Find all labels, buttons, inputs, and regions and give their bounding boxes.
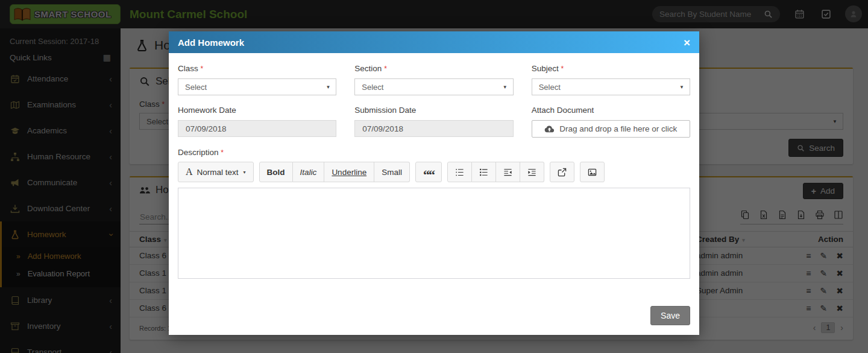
- editor-toolbar: A Normal text ▾ Bold Italic Underline Sm…: [178, 162, 690, 182]
- subject-label: Subject *: [532, 64, 690, 73]
- select-value: Select: [185, 83, 207, 92]
- cloud-upload-icon: [544, 125, 555, 133]
- ordered-list-button[interactable]: [447, 162, 472, 182]
- select-value: Select: [362, 83, 383, 92]
- list-ol-icon: [455, 168, 464, 177]
- homework-date-input[interactable]: 07/09/2018: [178, 120, 336, 137]
- caret-down-icon: ▼: [326, 84, 330, 90]
- caret-down-icon: ▾: [244, 170, 246, 175]
- subject-select[interactable]: Select ▼: [532, 78, 690, 95]
- attach-document-label: Attach Document: [532, 106, 690, 115]
- class-select[interactable]: Select ▼: [178, 78, 336, 95]
- italic-button[interactable]: Italic: [293, 162, 325, 182]
- section-label: Section *: [354, 64, 513, 73]
- modal-body: Class * Select ▼ Section * Select ▼: [169, 64, 699, 325]
- submission-date-label: Submission Date: [354, 106, 513, 115]
- modal-header: Add Homework ×: [169, 31, 699, 53]
- select-value: Select: [539, 83, 561, 92]
- close-icon[interactable]: ×: [684, 37, 690, 48]
- font-style-icon: A: [186, 167, 193, 177]
- submission-date-input[interactable]: 07/09/2018: [354, 120, 513, 137]
- underline-button[interactable]: Underline: [324, 162, 374, 182]
- small-text-button[interactable]: Small: [374, 162, 410, 182]
- modal-title: Add Homework: [178, 37, 244, 48]
- description-label: Description *: [178, 148, 690, 157]
- blockquote-button[interactable]: ““: [415, 162, 442, 182]
- caret-down-icon: ▼: [503, 84, 508, 90]
- file-dropzone-button[interactable]: Drag and drop a file here or click: [532, 120, 690, 138]
- description-editor[interactable]: [178, 188, 690, 279]
- link-icon: [558, 168, 567, 177]
- add-homework-modal: Add Homework × Class * Select ▼ Section …: [169, 31, 699, 335]
- quote-icon: ““: [423, 171, 434, 178]
- indent-button[interactable]: [520, 162, 544, 182]
- section-select[interactable]: Select ▼: [354, 78, 513, 95]
- link-button[interactable]: [550, 162, 574, 182]
- caret-down-icon: ▼: [679, 84, 684, 90]
- class-label: Class *: [178, 64, 336, 73]
- unordered-list-button[interactable]: [472, 162, 496, 182]
- image-icon: [588, 168, 597, 177]
- save-button[interactable]: Save: [650, 306, 690, 325]
- outdent-icon: [503, 168, 512, 177]
- insert-image-button[interactable]: [580, 162, 605, 182]
- list-ul-icon: [479, 168, 488, 177]
- outdent-button[interactable]: [496, 162, 520, 182]
- indent-icon: [527, 168, 536, 177]
- homework-date-label: Homework Date: [178, 106, 336, 115]
- app-root: SMART SCHOOL Mount Carmel School Current…: [0, 0, 868, 353]
- bold-button[interactable]: Bold: [259, 162, 293, 182]
- paragraph-style-dropdown[interactable]: A Normal text ▾: [178, 162, 254, 182]
